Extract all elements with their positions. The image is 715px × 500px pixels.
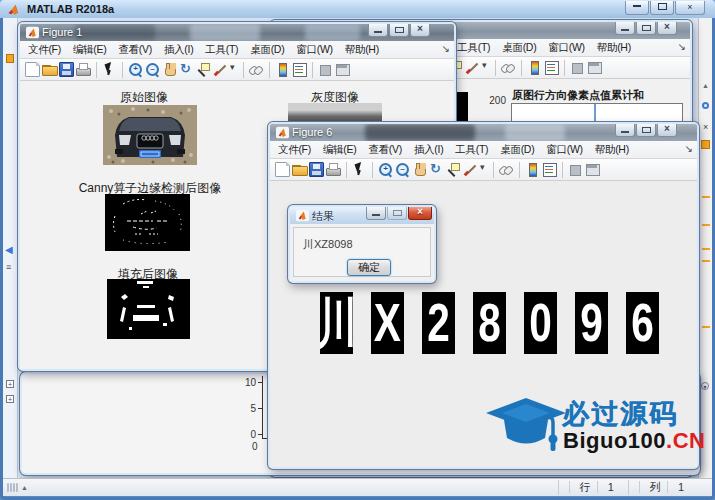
zoom-in-icon[interactable] [378,162,393,177]
scroll-up-icon[interactable]: ▲ [702,82,709,89]
open-folder-icon[interactable] [42,62,57,77]
lint-marker[interactable] [701,140,710,149]
lint-marker[interactable] [702,260,710,262]
dropdown-arrow-icon[interactable] [480,162,488,177]
new-document-icon[interactable] [25,62,40,77]
lint-marker[interactable] [702,248,710,250]
insert-colorbar-icon[interactable] [275,62,290,77]
bg-minimize-button[interactable] [615,22,635,35]
brush-icon[interactable] [213,62,228,77]
dialog-close-button[interactable]: × [408,207,432,220]
dock-small-icon[interactable] [318,62,333,77]
figure1-minimize-button[interactable] [368,24,388,37]
menu-insert[interactable]: 插入(I) [159,42,198,58]
zoom-out-icon[interactable] [145,62,160,77]
data-cursor-icon[interactable] [196,62,211,77]
main-maximize-button[interactable] [650,1,674,15]
cursor-icon[interactable] [102,62,117,77]
print-icon[interactable] [326,162,341,177]
dialog-maximize-button[interactable] [387,207,407,220]
status-grip-icon[interactable]: ▲ [7,483,28,492]
data-cursor-icon[interactable] [446,162,461,177]
menu-desktop[interactable]: 桌面(D) [497,40,541,56]
menu-edit[interactable]: 编辑(E) [318,142,362,158]
dropdown-arrow-icon[interactable] [482,60,490,75]
pan-icon[interactable] [412,162,427,177]
menu-file[interactable]: 文件(F) [23,42,66,58]
insert-colorbar-icon[interactable] [525,162,540,177]
lint-marker[interactable] [702,224,710,226]
lint-marker[interactable] [702,326,710,328]
dock-arrow-icon[interactable]: ↘ [442,43,450,54]
figure6-maximize-button[interactable] [636,124,656,137]
insert-legend-icon[interactable] [542,162,557,177]
result-dialog-titlebar[interactable]: 结果 × [290,207,434,224]
brush-icon[interactable] [463,162,478,177]
main-close-button[interactable]: × [675,1,705,15]
dropdown-arrow-icon[interactable] [230,62,238,77]
lint-marker[interactable] [702,196,710,198]
back-arrow-icon[interactable]: ◀ [5,244,13,255]
menu-help[interactable]: 帮助(H) [590,142,634,158]
link-plots-icon[interactable] [501,60,516,75]
brush-icon[interactable] [465,60,480,75]
save-icon[interactable] [59,62,74,77]
open-folder-icon[interactable] [292,162,307,177]
figure1-titlebar[interactable]: Figure 1 × [20,24,454,41]
bg-maximize-button[interactable] [636,22,656,35]
menu-help[interactable]: 帮助(H) [592,40,636,56]
print-icon[interactable] [76,62,91,77]
dock-figure-icon[interactable] [587,60,602,75]
menu-edit[interactable]: 编辑(E) [68,42,112,58]
bg-close-button[interactable]: × [657,22,677,35]
menu-view[interactable]: 查看(V) [363,142,407,158]
menu-tools[interactable]: 工具(T) [450,142,493,158]
menu-view[interactable]: 查看(V) [113,42,157,58]
menu-window[interactable]: 窗口(W) [541,142,587,158]
dock-arrow-icon[interactable]: ↘ [678,41,686,52]
expand-box-icon[interactable]: + [6,395,14,403]
insert-legend-icon[interactable] [292,62,307,77]
dock-arrow-icon[interactable]: ↘ [685,143,693,154]
dock-small-icon[interactable] [570,60,585,75]
menu-file[interactable]: 文件(F) [273,142,316,158]
close-small-icon[interactable]: × [703,122,708,132]
menu-desktop[interactable]: 桌面(D) [245,42,289,58]
rotate-3d-icon[interactable] [179,62,194,77]
ok-button[interactable]: 确定 [347,259,391,276]
figure6-titlebar[interactable]: Figure 6 × [270,124,697,141]
menu-insert[interactable]: 插入(I) [409,142,448,158]
expand-box-icon[interactable]: + [6,380,14,388]
matlab-main-titlebar[interactable]: MATLAB R2018a [0,0,715,18]
figure6-close-button[interactable]: × [657,124,677,137]
link-plots-icon[interactable] [249,62,264,77]
figure6-minimize-button[interactable] [615,124,635,137]
new-document-icon[interactable] [275,162,290,177]
pan-icon[interactable] [162,62,177,77]
insert-colorbar-icon[interactable] [527,60,542,75]
dock-figure-icon[interactable] [335,62,350,77]
save-icon[interactable] [309,162,324,177]
dock-small-icon[interactable] [568,162,583,177]
zoom-out-icon[interactable] [395,162,410,177]
insert-legend-icon[interactable] [544,60,559,75]
dialog-minimize-button[interactable] [366,207,386,220]
menu-window[interactable]: 窗口(W) [291,42,337,58]
zoom-in-icon[interactable] [128,62,143,77]
menu-desktop[interactable]: 桌面(D) [495,142,539,158]
menu-lines-icon[interactable]: ≡ [6,262,11,272]
menu-tools[interactable]: 工具(T) [200,42,243,58]
figure1-close-button[interactable]: × [410,24,430,37]
dock-figure-icon[interactable] [585,162,600,177]
link-plots-icon[interactable] [499,162,514,177]
figure1-maximize-button[interactable] [389,24,409,37]
magnifier-icon[interactable] [702,102,709,109]
scroll-down-icon[interactable]: ▾ [701,382,709,390]
menu-help[interactable]: 帮助(H) [340,42,384,58]
main-minimize-button[interactable] [625,1,649,15]
menu-tools[interactable]: 工具(T) [452,40,495,56]
menu-window[interactable]: 窗口(W) [543,40,589,56]
cursor-icon[interactable] [352,162,367,177]
rotate-3d-icon[interactable] [429,162,444,177]
canny-image [105,194,190,251]
